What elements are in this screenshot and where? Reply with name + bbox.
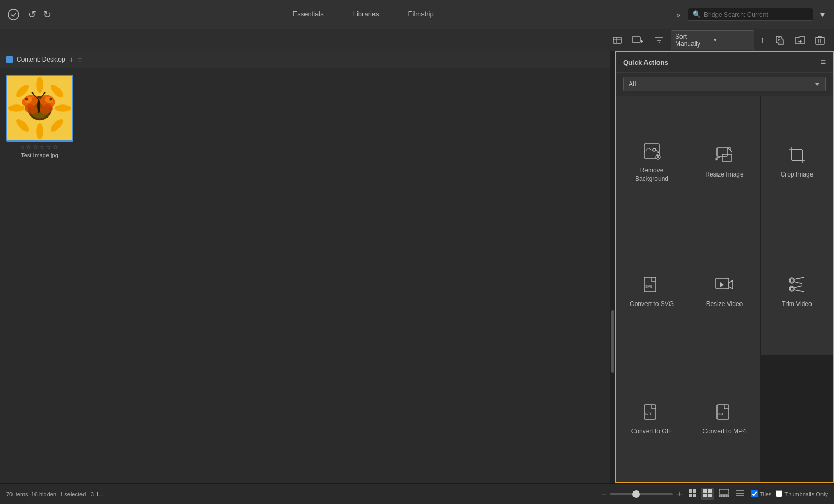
svg-rect-36	[722, 154, 732, 161]
star-5: ☆	[53, 144, 58, 151]
trim-video-label: Trim Video	[782, 300, 812, 309]
crop-image-label: Crop Image	[781, 171, 814, 179]
sort-label: Sort Manually	[675, 33, 711, 48]
svg-text:GIF: GIF	[645, 412, 652, 416]
quick-action-convert-mp4[interactable]: MP4 Convert to MP4	[688, 355, 760, 482]
grid-view-button[interactable]	[686, 488, 699, 500]
delete-button[interactable]	[812, 33, 828, 48]
left-panel: Content: Desktop + ≡	[0, 51, 610, 483]
svg-rect-2	[632, 37, 640, 42]
top-bar: ↺ ↻ Essentials Libraries Filmstrip » 🔍 ▾	[0, 0, 834, 29]
content-header: Content: Desktop + ≡	[0, 51, 610, 68]
content-menu-button[interactable]: ≡	[78, 55, 82, 64]
tiles-checkbox[interactable]	[751, 490, 758, 497]
quick-actions-title: Quick Actions	[623, 58, 817, 66]
svg-rect-39	[792, 150, 802, 160]
star-2: ☆	[32, 144, 38, 151]
filter-button[interactable]	[651, 33, 667, 48]
tab-essentials[interactable]: Essentials	[278, 6, 338, 23]
recent-files-button[interactable]	[771, 33, 788, 48]
zoom-slider[interactable]	[610, 493, 673, 495]
star-3: ☆	[39, 144, 45, 151]
svg-point-10	[55, 104, 71, 112]
svg-point-22	[25, 98, 28, 101]
quick-actions-filter-select[interactable]: All Images Video	[623, 77, 826, 91]
quick-actions-menu-button[interactable]: ≡	[821, 57, 826, 67]
list-view-button[interactable]	[733, 488, 747, 500]
svg-rect-68	[724, 495, 726, 497]
filmstrip-button[interactable]	[716, 488, 731, 500]
trim-video-icon	[786, 274, 807, 295]
quick-action-trim-video[interactable]: Trim Video	[761, 228, 833, 355]
main-content: Content: Desktop + ≡	[0, 51, 834, 483]
tab-libraries[interactable]: Libraries	[338, 6, 394, 23]
quick-action-convert-svg[interactable]: SVG Convert to SVG	[616, 228, 688, 355]
search-dropdown-button[interactable]: ▾	[817, 8, 828, 20]
svg-rect-66	[719, 495, 721, 497]
svg-line-47	[794, 277, 804, 279]
content-add-button[interactable]: +	[69, 55, 74, 64]
sort-dropdown-arrow: ▾	[714, 37, 749, 43]
thumbnail-quality-button[interactable]	[609, 33, 626, 48]
quick-action-resize-video[interactable]: Resize Video	[688, 228, 760, 355]
scroll-track[interactable]	[610, 51, 615, 483]
search-bar: 🔍	[688, 8, 813, 21]
tiles-checkbox-label: Tiles	[751, 490, 772, 497]
content-title: Content: Desktop	[17, 56, 65, 63]
view-buttons	[686, 488, 747, 500]
toolbar-row: Sort Manually ▾ ↑	[0, 29, 834, 51]
quick-action-crop-image[interactable]: Crop Image	[761, 96, 833, 228]
zoom-minus-button[interactable]: −	[601, 489, 606, 499]
more-tabs-button[interactable]: »	[673, 8, 684, 21]
status-text: 70 items, 16 hidden, 1 selected - 3.1...	[6, 491, 597, 497]
sort-direction-button[interactable]: ↑	[757, 32, 768, 48]
bottom-bar: 70 items, 16 hidden, 1 selected - 3.1...…	[0, 483, 834, 504]
resize-video-icon	[714, 274, 735, 295]
rating-circle: ○	[21, 144, 25, 150]
quick-actions-panel: Quick Actions ≡ All Images Video	[615, 51, 834, 483]
svg-point-7	[36, 77, 43, 93]
svg-rect-1	[613, 37, 621, 43]
new-folder-button[interactable]	[791, 33, 809, 48]
search-icon: 🔍	[692, 10, 701, 18]
scroll-thumb[interactable]	[611, 310, 614, 373]
svg-rect-65	[719, 489, 729, 494]
svg-line-48	[794, 290, 804, 292]
thumb-rating: ○ ☆ ☆ ☆ ☆ ☆	[21, 144, 58, 151]
sort-dropdown[interactable]: Sort Manually ▾	[671, 30, 754, 50]
undo-button[interactable]: ↺	[26, 8, 38, 21]
svg-rect-64	[708, 494, 712, 497]
redo-button[interactable]: ↻	[41, 8, 53, 21]
resize-image-icon	[714, 145, 735, 166]
quick-action-resize-image[interactable]: Resize Image	[688, 96, 760, 228]
tab-filmstrip[interactable]: Filmstrip	[394, 6, 449, 23]
convert-svg-label: Convert to SVG	[630, 300, 674, 309]
quick-action-convert-gif[interactable]: GIF Convert to GIF	[616, 355, 688, 482]
svg-text:SVG: SVG	[645, 285, 652, 289]
svg-point-23	[49, 98, 52, 101]
svg-point-28	[32, 92, 34, 94]
thumbnails-only-checkbox[interactable]	[776, 490, 782, 497]
list-item[interactable]: ○ ☆ ☆ ☆ ☆ ☆ Test Image.jpg	[6, 75, 73, 158]
svg-rect-63	[703, 494, 707, 497]
nav-tabs: Essentials Libraries Filmstrip	[278, 6, 448, 23]
content-area: ○ ☆ ☆ ☆ ☆ ☆ Test Image.jpg	[0, 68, 610, 483]
quick-actions-filter: All Images Video	[616, 73, 833, 96]
app-logo[interactable]	[6, 7, 21, 22]
svg-point-51	[790, 279, 793, 282]
convert-gif-label: Convert to GIF	[631, 428, 673, 436]
search-input[interactable]	[704, 11, 798, 18]
quick-action-remove-bg[interactable]: RemoveBackground	[616, 96, 688, 228]
zoom-plus-button[interactable]: +	[677, 489, 682, 499]
thumbnail-grid: ○ ☆ ☆ ☆ ☆ ☆ Test Image.jpg	[6, 75, 604, 158]
crop-image-icon	[786, 145, 807, 166]
svg-point-52	[790, 287, 793, 290]
convert-gif-icon: GIF	[641, 402, 662, 423]
svg-rect-61	[703, 489, 707, 493]
thumbnails-only-text: Thumbnails Only	[784, 491, 828, 497]
svg-rect-62	[708, 489, 712, 493]
medium-grid-button[interactable]	[701, 488, 714, 500]
resize-image-label: Resize Image	[705, 171, 743, 179]
quick-actions-header: Quick Actions ≡	[616, 52, 833, 73]
thumbnail-quality-down-button[interactable]	[629, 33, 648, 48]
